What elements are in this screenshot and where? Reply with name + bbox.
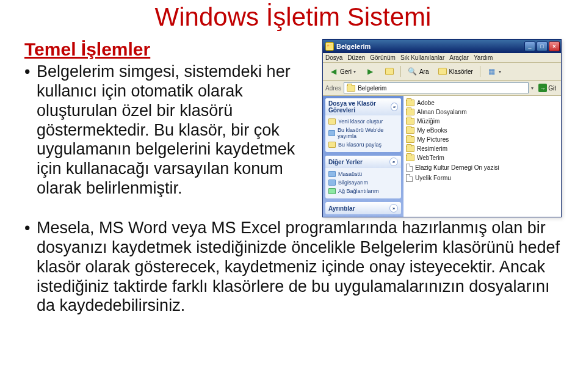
panel-details: Ayrıntılar » (325, 202, 401, 214)
back-button[interactable]: ◀ Geri ▾ (325, 65, 359, 78)
file-icon (406, 174, 413, 182)
titlebar[interactable]: 📁 Belgelerim _ □ × (323, 40, 561, 53)
file-name: Adobe (417, 100, 435, 106)
place-mycomputer[interactable]: Bilgisayarım (328, 178, 398, 187)
back-label: Geri (340, 68, 352, 75)
list-item[interactable]: Elazig Kultur Dernegi On yazisi (406, 162, 559, 173)
list-item[interactable]: Adobe (406, 98, 559, 107)
subheading: Temel İşlemler (24, 39, 317, 60)
address-field[interactable]: Belgelerim (344, 82, 529, 93)
task-share-folder[interactable]: Bu klasörü paylaş (328, 140, 398, 149)
menu-help[interactable]: Yardım (474, 54, 493, 61)
panel-details-header[interactable]: Ayrıntılar » (325, 202, 401, 214)
list-item[interactable]: Uyelik Formu (406, 173, 559, 183)
folder-icon (406, 145, 414, 152)
search-label: Ara (419, 68, 429, 75)
back-icon: ◀ (328, 67, 338, 76)
task-label: Yeni klasör oluştur (338, 118, 383, 125)
folder-icon (328, 118, 336, 125)
close-button[interactable]: × (549, 42, 560, 51)
search-button[interactable]: 🔍 Ara (405, 65, 432, 78)
place-desktop[interactable]: Masaüstü (328, 170, 398, 178)
panel-tasks-title: Dosya ve Klasör Görevleri (328, 100, 391, 114)
web-icon (328, 130, 335, 136)
list-item[interactable]: My Pictures (406, 135, 559, 144)
menu-edit[interactable]: Düzen (347, 54, 365, 61)
place-label: Masaüstü (338, 171, 362, 177)
list-item[interactable]: My eBooks (406, 126, 559, 135)
list-item[interactable]: Resimlerim (406, 144, 559, 153)
bullet-1: Belgelerim simgesi, sistemdeki her kulla… (24, 62, 317, 198)
up-folder-icon (385, 68, 394, 75)
folder-icon (406, 118, 414, 125)
views-icon: ▦ (487, 67, 497, 76)
folder-icon (406, 154, 414, 161)
page-title: Windows İşletim Sistemi (24, 2, 562, 32)
chevron-down-icon: ▾ (499, 69, 501, 74)
task-publish-web[interactable]: Bu klasörü Web'de yayımla (328, 126, 398, 140)
folder-icon: 📁 (325, 42, 334, 51)
toolbar: ◀ Geri ▾ ▶ 🔍 Ara (323, 63, 561, 81)
expand-icon: » (389, 204, 398, 212)
task-label: Bu klasörü paylaş (338, 142, 382, 148)
place-network[interactable]: Ağ Bağlantılarım (328, 187, 398, 195)
views-button[interactable]: ▦ ▾ (484, 65, 504, 78)
place-label: Bilgisayarım (338, 180, 368, 186)
list-item[interactable]: Müziğim (406, 117, 559, 126)
bullet-2: Mesela, MS Word veya MS Excel programlar… (24, 219, 562, 316)
panel-places-title: Diğer Yerler (328, 159, 363, 165)
minimize-button[interactable]: _ (524, 42, 535, 51)
file-name: My Pictures (417, 136, 449, 143)
file-name: Müziğim (417, 118, 440, 125)
share-icon (328, 142, 336, 148)
task-label: Bu klasörü Web'de yayımla (338, 127, 398, 139)
list-item[interactable]: Alınan Dosyalarım (406, 107, 559, 117)
file-list: AdobeAlınan DosyalarımMüziğimMy eBooksMy… (403, 96, 561, 217)
search-icon: 🔍 (408, 67, 418, 76)
folders-icon (438, 68, 447, 75)
list-item[interactable]: WebTerim (406, 153, 559, 162)
forward-button[interactable]: ▶ (363, 65, 378, 78)
separator (480, 66, 480, 77)
panel-places-header[interactable]: Diğer Yerler « (325, 156, 401, 168)
collapse-icon: « (389, 158, 398, 166)
go-button[interactable]: → Git (536, 84, 559, 92)
folders-button[interactable]: Klasörler (435, 66, 476, 77)
file-icon (406, 164, 413, 172)
maximize-button[interactable]: □ (537, 42, 548, 51)
up-button[interactable] (382, 66, 397, 77)
panel-tasks: Dosya ve Klasör Görevleri « Yeni klasör … (325, 98, 401, 152)
panel-tasks-header[interactable]: Dosya ve Klasör Görevleri « (325, 98, 401, 115)
menubar: Dosya Düzen Görünüm Sık Kullanılanlar Ar… (323, 53, 561, 63)
go-label: Git (548, 85, 556, 92)
file-name: Uyelik Formu (415, 175, 451, 181)
address-label: Adres (325, 85, 341, 92)
panel-details-title: Ayrıntılar (328, 205, 355, 212)
network-icon (328, 188, 336, 194)
menu-favorites[interactable]: Sık Kullanılanlar (400, 54, 444, 61)
window-title: Belgelerim (336, 43, 522, 50)
chevron-down-icon: ▾ (353, 69, 356, 74)
explorer-window: 📁 Belgelerim _ □ × Dosya Düzen Görünüm S… (322, 39, 562, 217)
task-new-folder[interactable]: Yeni klasör oluştur (328, 117, 398, 126)
separator (400, 66, 401, 77)
address-dropdown[interactable]: ▾ (531, 85, 534, 91)
file-name: Resimlerim (417, 145, 447, 152)
menu-tools[interactable]: Araçlar (449, 54, 469, 61)
folders-label: Klasörler (449, 68, 472, 75)
menu-file[interactable]: Dosya (325, 54, 342, 61)
go-icon: → (538, 84, 547, 92)
file-name: My eBooks (417, 127, 447, 134)
address-value: Belgelerim (358, 85, 386, 92)
addressbar: Adres Belgelerim ▾ → Git (323, 81, 561, 96)
menu-view[interactable]: Görünüm (370, 54, 396, 61)
folder-icon (406, 109, 414, 115)
forward-icon: ▶ (366, 67, 375, 76)
file-name: Alınan Dosyalarım (417, 109, 467, 115)
place-label: Ağ Bağlantılarım (338, 188, 379, 194)
computer-icon (328, 180, 336, 186)
panel-places: Diğer Yerler « Masaüstü Bilgisayarım Ağ … (325, 156, 401, 198)
folder-icon (406, 136, 414, 143)
folder-icon (347, 85, 355, 92)
file-name: Elazig Kultur Dernegi On yazisi (415, 164, 499, 171)
